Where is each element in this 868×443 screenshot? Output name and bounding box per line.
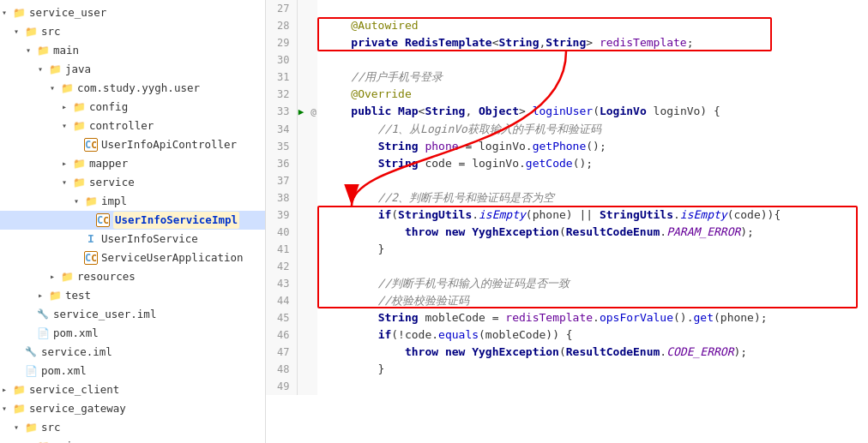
tree-item-mapper[interactable]: mapper — [0, 154, 265, 173]
line-content: //判断手机号和输入的验证码是否一致 — [317, 275, 868, 292]
code-line: 38 //2、判断手机号和验证码是否为空 — [266, 189, 868, 207]
line-number: 41 — [266, 241, 297, 258]
tree-item-pom2[interactable]: pom.xml — [0, 362, 265, 380]
line-content: public Map<String, Object> loginUser(Log… — [317, 103, 868, 121]
tree-label: UserInfoApiController — [101, 136, 237, 153]
folder-icon — [60, 81, 74, 95]
code-line: 28 @Autowired — [266, 17, 868, 34]
tree-label: controller — [89, 117, 154, 135]
expand-arrow — [62, 174, 72, 191]
folder-icon — [48, 289, 62, 302]
line-number: 29 — [266, 34, 297, 51]
code-line: 44 //校验校验验证码 — [266, 292, 868, 309]
folder-icon — [12, 6, 26, 20]
tree-item-service_gateway[interactable]: service_gateway — [0, 399, 265, 418]
line-gutter — [297, 138, 317, 155]
tree-item-test[interactable]: test — [0, 286, 265, 305]
line-number: 35 — [266, 138, 297, 155]
tree-item-UserInfoApiController[interactable]: C UserInfoApiController — [0, 135, 265, 154]
expand-arrow — [38, 287, 48, 304]
code-line: 41 } — [266, 241, 868, 258]
line-content: @Override — [317, 86, 868, 103]
tree-item-ServiceUserApplication[interactable]: C ServiceUserApplication — [0, 248, 265, 267]
tree-item-service_client[interactable]: service_client — [0, 380, 265, 399]
line-number: 44 — [266, 292, 297, 309]
tree-item-service_user[interactable]: service_user — [0, 3, 265, 22]
line-content: } — [317, 361, 868, 378]
tree-item-java1[interactable]: java — [0, 60, 265, 79]
line-number: 37 — [266, 172, 297, 189]
expand-arrow — [26, 42, 36, 59]
tree-label: service_user — [29, 4, 106, 21]
line-content: if(!code.equals(mobleCode)) { — [317, 326, 868, 344]
tree-label: pom.xml — [41, 362, 87, 380]
tree-item-main2[interactable]: main — [0, 437, 265, 443]
tree-item-service[interactable]: service — [0, 173, 265, 192]
line-number: 40 — [266, 224, 297, 241]
line-content — [317, 258, 868, 275]
tree-label: main — [53, 438, 79, 443]
iml-icon: 🔧 — [24, 345, 38, 359]
tree-item-src1[interactable]: src — [0, 22, 265, 41]
line-content — [317, 378, 868, 395]
line-gutter — [297, 86, 317, 103]
code-line: 49 — [266, 378, 868, 395]
line-gutter — [297, 241, 317, 258]
tree-item-pom1[interactable]: pom.xml — [0, 324, 265, 343]
folder-icon — [48, 63, 62, 76]
folder-icon — [60, 270, 74, 284]
folder-icon — [72, 119, 86, 133]
tree-label: service_gateway — [29, 400, 126, 417]
line-gutter — [297, 344, 317, 361]
code-line: 45 String mobleCode = redisTemplate.opsF… — [266, 309, 868, 326]
tree-item-service_user_iml[interactable]: 🔧 service_user.iml — [0, 305, 265, 324]
tree-item-impl[interactable]: impl — [0, 192, 265, 211]
tree-item-controller[interactable]: controller — [0, 117, 265, 135]
code-line: 42 — [266, 258, 868, 275]
expand-arrow — [2, 4, 12, 21]
line-content: private RedisTemplate<String,String> red… — [317, 34, 868, 51]
line-gutter — [297, 258, 317, 275]
code-line: 39 if(StringUtils.isEmpty(phone) || Stri… — [266, 207, 868, 224]
line-content — [317, 51, 868, 69]
tree-label: impl — [101, 193, 127, 210]
line-number: 32 — [266, 86, 297, 103]
tree-label: service — [89, 174, 135, 191]
line-content: String code = loginVo.getCode(); — [317, 155, 868, 172]
tree-label: com.study.yygh.user — [77, 80, 200, 97]
expand-arrow — [14, 23, 24, 40]
tree-label: mapper — [89, 155, 128, 172]
line-content: //用户手机号登录 — [317, 69, 868, 86]
folder-icon — [84, 195, 98, 208]
tree-item-resources[interactable]: resources — [0, 267, 265, 286]
tree-item-UserInfoService[interactable]: I UserInfoService — [0, 230, 265, 248]
line-content: String phone = loginVo.getPhone(); — [317, 138, 868, 155]
tree-item-config[interactable]: config — [0, 98, 265, 117]
line-number: 28 — [266, 17, 297, 34]
folder-icon — [12, 383, 26, 397]
at-sign: @ — [310, 106, 316, 117]
line-number: 47 — [266, 344, 297, 361]
expand-arrow — [62, 99, 72, 116]
code-line: 46 if(!code.equals(mobleCode)) { — [266, 326, 868, 344]
line-number: 39 — [266, 207, 297, 224]
folder-icon — [36, 440, 50, 443]
tree-item-UserInfoServiceImpl[interactable]: C UserInfoServiceImpl — [0, 211, 265, 230]
line-number: 30 — [266, 51, 297, 69]
expand-arrow — [74, 193, 84, 210]
line-content: String mobleCode = redisTemplate.opsForV… — [317, 309, 868, 326]
code-table: 2728 @Autowired29 private RedisTemplate<… — [266, 0, 868, 395]
line-content: } — [317, 241, 868, 258]
tree-item-service_iml[interactable]: 🔧 service.iml — [0, 343, 265, 362]
code-line: 36 String code = loginVo.getCode(); — [266, 155, 868, 172]
expand-arrow — [62, 117, 72, 135]
tree-item-com_study[interactable]: com.study.yygh.user — [0, 79, 265, 98]
line-gutter — [297, 17, 317, 34]
tree-item-main1[interactable]: main — [0, 41, 265, 60]
tree-label: config — [89, 99, 128, 116]
tree-item-src2[interactable]: src — [0, 418, 265, 437]
line-number: 33 — [266, 103, 297, 121]
tree-label: service_user.iml — [53, 306, 156, 323]
tree-label: java — [65, 61, 91, 78]
line-number: 38 — [266, 189, 297, 207]
